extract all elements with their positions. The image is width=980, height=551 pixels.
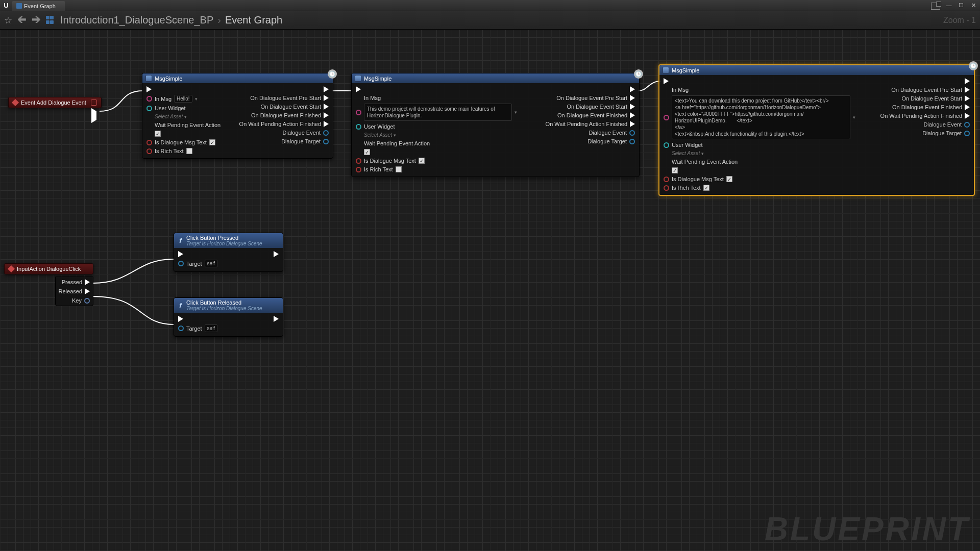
graph-canvas[interactable]: Event Add Dialogue Event MsgSimple 🕒 In … [0,30,980,551]
exec-out-pin[interactable] [91,108,96,123]
node-subtitle: Target is Horizon Dialogue Scene [186,306,262,311]
is-dialogue-msg-checkbox[interactable]: ✓ [209,139,215,145]
breadcrumb[interactable]: Introduction1_DialogueScene_BP › Event G… [60,14,282,26]
dialogue-target-pin[interactable] [964,131,970,136]
exec-in-pin[interactable] [178,251,183,257]
node-header[interactable]: MsgSimple 🕒 [352,73,639,83]
minimize-button[interactable]: — [943,1,954,9]
dialogue-event-pin[interactable] [964,122,970,128]
title-bar: U Event Graph — ☐ ✕ [0,0,980,11]
is-dialogue-msg-checkbox[interactable]: ✓ [726,176,732,182]
released-pin[interactable] [85,288,90,294]
is-rich-checkbox[interactable] [186,148,192,154]
delegate-pin[interactable] [965,104,970,110]
event-icon [12,99,19,106]
exec-in-pin[interactable] [146,86,152,92]
exec-out-pin[interactable] [965,78,970,84]
msgsimple-node-3[interactable]: MsgSimple 🕒 In Msg <text>You can downloa… [658,64,975,196]
delegate-pin[interactable] [630,121,635,127]
latent-badge-icon: 🕒 [969,61,978,70]
delegate-pin[interactable] [965,95,970,102]
node-header[interactable]: MsgSimple 🕒 [142,73,333,83]
click-button-pressed-node[interactable]: f Click Button Pressed Target is Horizon… [174,233,283,272]
tab-event-graph[interactable]: Event Graph [12,1,65,11]
is-rich-pin[interactable] [664,185,669,191]
exec-in-pin[interactable] [664,78,669,84]
is-dialogue-msg-pin[interactable] [356,158,361,164]
is-rich-pin[interactable] [146,148,152,154]
close-button[interactable]: ✕ [968,1,979,9]
nav-bar: ☆ 🡰 🡲 Introduction1_DialogueScene_BP › E… [0,11,980,30]
dialogue-event-pin[interactable] [629,130,635,136]
target-value[interactable]: self [205,260,218,267]
asset-dropdown[interactable]: Select Asset [155,114,187,119]
msgsimple-node-2[interactable]: MsgSimple 🕒 In Msg This demo project wil… [351,73,640,177]
delegate-pin[interactable] [965,87,970,93]
event-chip[interactable]: Event Add Dialogue Event [8,97,102,108]
wait-pending-checkbox[interactable]: ✓ [364,149,370,155]
dialogue-target-pin[interactable] [323,139,329,144]
msgsimple-node-1[interactable]: MsgSimple 🕒 In MsgHello!▾ User Widget Se… [142,73,333,159]
asset-dropdown[interactable]: Select Asset [672,151,704,156]
exec-out-pin[interactable] [324,86,329,92]
key-pin[interactable] [84,298,90,304]
breadcrumb-leaf[interactable]: Event Graph [225,14,282,26]
click-button-released-node[interactable]: f Click Button Released Target is Horizo… [174,297,283,337]
in-msg-pin[interactable] [664,115,669,120]
in-msg-value[interactable]: <text>You can download this demo project… [672,95,850,139]
node-header[interactable]: f Click Button Released Target is Horizo… [174,298,283,313]
popout-icon[interactable] [931,3,940,10]
input-action-node[interactable]: InputAction DialogueClick Pressed Releas… [4,263,93,274]
wait-pending-checkbox[interactable]: ✓ [155,131,161,137]
is-dialogue-msg-checkbox[interactable]: ✓ [419,158,425,164]
function-icon: f [177,237,184,244]
user-widget-pin[interactable] [664,142,669,148]
exec-out-pin[interactable] [274,316,279,322]
is-rich-pin[interactable] [356,167,361,172]
asset-dropdown[interactable]: Select Asset [364,132,396,138]
is-dialogue-msg-pin[interactable] [146,140,152,145]
dialogue-event-pin[interactable] [323,130,329,136]
is-rich-checkbox[interactable] [396,166,402,172]
exec-in-pin[interactable] [178,316,183,322]
user-widget-pin[interactable] [356,124,361,130]
in-msg-pin[interactable] [356,110,361,115]
target-pin[interactable] [178,325,184,331]
forward-button[interactable]: 🡲 [32,15,41,26]
delegate-pin[interactable] [324,104,329,110]
back-button[interactable]: 🡰 [17,15,27,26]
delegate-pin[interactable] [324,121,329,127]
node-icon [663,67,669,73]
delegate-pin[interactable] [630,112,635,118]
event-chip[interactable]: InputAction DialogueClick [4,263,93,274]
event-close-icon[interactable] [91,99,97,106]
in-msg-value[interactable]: This demo project will demostrate some m… [364,104,512,121]
blueprint-icon[interactable] [46,16,55,25]
dialogue-target-pin[interactable] [629,139,635,144]
target-pin[interactable] [178,261,184,266]
event-title: Event Add Dialogue Event [21,99,86,106]
delegate-pin[interactable] [324,95,329,101]
delegate-pin[interactable] [965,113,970,119]
in-msg-value[interactable]: Hello! [174,95,192,103]
event-add-dialogue-node[interactable]: Event Add Dialogue Event [8,97,102,108]
in-msg-pin[interactable] [146,96,152,102]
wait-pending-checkbox[interactable]: ✓ [672,167,678,173]
delegate-pin[interactable] [324,112,329,118]
is-rich-checkbox[interactable]: ✓ [703,185,709,191]
maximize-button[interactable]: ☐ [955,1,967,9]
exec-out-pin[interactable] [630,86,635,92]
node-header[interactable]: MsgSimple 🕒 [659,65,974,75]
latent-badge-icon: 🕒 [328,69,337,79]
delegate-pin[interactable] [630,95,635,101]
pressed-pin[interactable] [85,279,90,285]
target-value[interactable]: self [205,324,218,332]
favorite-icon[interactable]: ☆ [4,15,12,26]
breadcrumb-root[interactable]: Introduction1_DialogueScene_BP [60,14,213,26]
exec-in-pin[interactable] [356,86,361,92]
user-widget-pin[interactable] [146,106,152,111]
exec-out-pin[interactable] [274,251,279,257]
is-dialogue-msg-pin[interactable] [664,177,669,182]
delegate-pin[interactable] [630,104,635,110]
node-header[interactable]: f Click Button Pressed Target is Horizon… [174,233,283,248]
